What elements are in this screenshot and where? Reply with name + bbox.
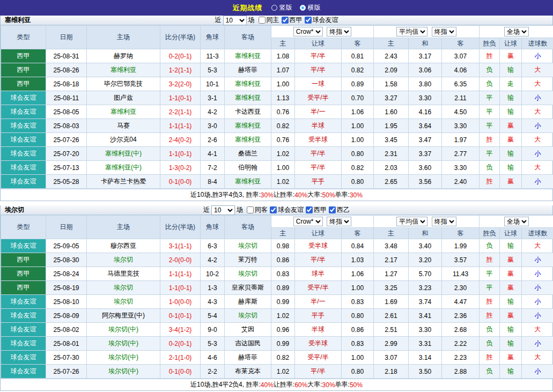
away-team-link[interactable]: 埃尔切 (225, 267, 271, 281)
avg-home: 1.58 (374, 77, 409, 91)
result-handicap: 赢 (500, 133, 522, 147)
avg-home: 2.43 (374, 49, 409, 63)
bookmaker-select[interactable]: Crow* (293, 27, 323, 36)
away-team-link[interactable]: 桑德兰 (225, 147, 271, 161)
result-handicap: 输 (500, 365, 522, 379)
result-winloss: 平 (480, 267, 500, 281)
away-team-link[interactable]: 赫库斯 (225, 295, 271, 309)
filter-checkbox[interactable]: 球会友谊 (270, 205, 304, 215)
avg-draw: 3.56 (409, 175, 442, 189)
recent-count-select[interactable]: 10 (223, 16, 247, 25)
checkbox-input[interactable] (306, 206, 313, 213)
home-team-link[interactable]: 埃尔切(中) (87, 351, 160, 365)
filter-checkbox[interactable]: 西乙 (329, 205, 350, 215)
layout-radio-horizontal[interactable]: 横版 (300, 3, 321, 12)
away-team-link[interactable]: 卡达西亚 (225, 105, 271, 119)
away-team-link[interactable]: 埃尔切 (225, 309, 271, 323)
odds-home: 1.02 (271, 175, 295, 189)
result-goals: 小 (522, 253, 553, 267)
away-team-link[interactable]: 艾因 (225, 323, 271, 337)
away-team-link[interactable]: 塞维利亚 (225, 119, 271, 133)
checkbox-input[interactable] (270, 206, 277, 213)
home-team-link[interactable]: 埃尔切(中) (87, 323, 160, 337)
home-team-link[interactable]: 埃尔切 (87, 253, 160, 267)
home-team-link[interactable]: 埃尔切(中) (87, 365, 160, 379)
filter-checkbox[interactable]: 西甲 (306, 205, 327, 215)
odds-home: 0.83 (271, 267, 295, 281)
radio-label: 竖版 (279, 3, 292, 12)
scope-select[interactable]: 全场 (504, 217, 529, 226)
home-team-link[interactable]: 穆尔西亚 (87, 239, 160, 253)
avg-draw: 3.06 (409, 63, 442, 77)
checkbox-input[interactable] (259, 17, 266, 24)
home-team-link[interactable]: 埃尔切(中) (87, 337, 160, 351)
odds-home: 1.13 (271, 91, 295, 105)
corner-cell: 7-2 (201, 161, 225, 175)
checkbox-input[interactable] (305, 17, 312, 24)
scope-select[interactable]: 全场 (504, 27, 529, 36)
home-team-link[interactable]: 图卢兹 (87, 91, 160, 105)
result-handicap: 输 (500, 337, 522, 351)
filter-checkbox[interactable]: 球会友谊 (305, 16, 338, 25)
col-date: 日期 (46, 26, 87, 49)
average-select[interactable]: 平均值 (396, 217, 427, 226)
recent-count-select[interactable]: 10 (211, 205, 235, 215)
score-cell: 2-1(1-0) (160, 351, 201, 365)
home-team-link[interactable]: 毕尔巴鄂竞技 (87, 77, 160, 91)
home-team-link[interactable]: 卡萨布兰卡热爱 (87, 175, 160, 189)
away-team-link[interactable]: 皇家贝蒂斯 (225, 281, 271, 295)
home-team-link[interactable]: 马赛 (87, 119, 160, 133)
home-team-link[interactable]: 塞维利亚 (87, 63, 160, 77)
avg-away: 3.57 (442, 253, 480, 267)
away-team-link[interactable]: 塞维利亚 (225, 133, 271, 147)
odds-stage-select[interactable]: 终指 (327, 27, 351, 36)
home-team-link[interactable]: 沙尔克04 (87, 133, 160, 147)
away-team-link[interactable]: 埃尔切 (225, 239, 271, 253)
away-team-link[interactable]: 赫塔菲 (225, 351, 271, 365)
home-team-link[interactable]: 赫罗纳 (87, 49, 160, 63)
away-team-link[interactable]: 布莱克本 (225, 365, 271, 379)
home-team-link[interactable]: 塞维利亚(中) (87, 161, 160, 175)
average-stage-select[interactable]: 终指 (432, 217, 456, 226)
checkbox-input[interactable] (247, 206, 254, 213)
summary-text: 30% (322, 381, 335, 389)
average-stage-select[interactable]: 终指 (432, 27, 456, 36)
league-cell: 球会友谊 (1, 161, 46, 175)
filter-checkbox[interactable]: 同客 (247, 205, 268, 215)
away-team-link[interactable]: 塞维利亚 (225, 175, 271, 189)
away-team-link[interactable]: 塞维利亚 (225, 91, 271, 105)
away-team-link[interactable]: 塞维利亚 (225, 77, 271, 91)
home-team-link[interactable]: 阿尔梅里亚(中) (87, 309, 160, 323)
league-cell: 西甲 (1, 267, 46, 281)
average-select[interactable]: 平均值 (396, 27, 427, 36)
odds-stage-select[interactable]: 终指 (327, 217, 351, 226)
col-away: 客场 (225, 26, 271, 49)
checkbox-input[interactable] (329, 206, 336, 213)
match-row: 球会友谊25-05-28卡萨布兰卡热爱0-1(0-0)8-4塞维利亚1.02平手… (1, 175, 553, 189)
avg-away: 2.22 (442, 337, 480, 351)
away-team-link[interactable]: 伯明翰 (225, 161, 271, 175)
away-team-link[interactable]: 塞维利亚 (225, 49, 271, 63)
filter-checkbox[interactable]: 西甲 (282, 16, 303, 25)
away-team-link[interactable]: 吉达国民 (225, 337, 271, 351)
checkbox-input[interactable] (282, 17, 289, 24)
home-team-link[interactable]: 塞维利亚 (87, 105, 160, 119)
odds-home: 0.76 (271, 105, 295, 119)
avg-away: 11.43 (442, 267, 480, 281)
layout-radio-vertical[interactable]: 竖版 (271, 3, 292, 12)
away-team-link[interactable]: 赫塔菲 (225, 63, 271, 77)
bookmaker-select[interactable]: Crow* (293, 217, 323, 226)
home-team-link[interactable]: 塞维利亚(中) (87, 147, 160, 161)
league-cell: 球会友谊 (1, 365, 46, 379)
avg-home: 1.60 (374, 105, 409, 119)
home-team-link[interactable]: 埃尔切 (87, 281, 160, 295)
away-team-link[interactable]: 莱万特 (225, 253, 271, 267)
home-team-link[interactable]: 马德里竞技 (87, 267, 160, 281)
result-winloss: 平 (480, 147, 500, 161)
home-team-link[interactable]: 埃尔切 (87, 295, 160, 309)
result-goals: 小 (522, 365, 553, 379)
filter-checkbox[interactable]: 同主 (259, 16, 279, 25)
score-cell: 2-0(0-0) (160, 253, 201, 267)
odds-away: 0.80 (342, 147, 374, 161)
odds-away: 0.82 (342, 161, 374, 175)
